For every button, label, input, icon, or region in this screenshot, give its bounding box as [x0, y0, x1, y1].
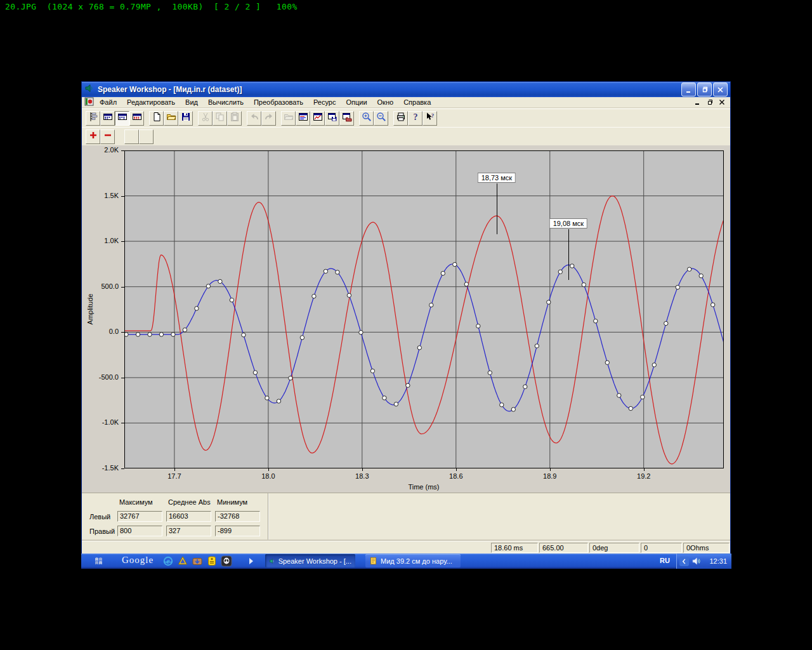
quick-launch-expand-arrow[interactable] [249, 558, 253, 564]
add-point-button[interactable] [86, 129, 100, 144]
quick-launch-delphi-icon[interactable] [177, 555, 188, 567]
windows-flag-icon [94, 556, 105, 566]
save-icon [181, 112, 191, 124]
menu-items: ФайлРедактироватьВидВычислитьПреобразова… [95, 98, 436, 106]
zoom-in-button[interactable] [359, 111, 374, 126]
stats-value: -32768 [215, 511, 260, 522]
mdi-restore-button[interactable] [704, 98, 716, 107]
copy-icon [215, 112, 225, 124]
volume-icon[interactable] [691, 557, 701, 566]
menu-item-window[interactable]: Окно [372, 98, 399, 107]
cursor-annotation-label[interactable]: 18,73 мск [478, 173, 516, 183]
tray-chevron-button[interactable] [679, 557, 689, 566]
close-icon [717, 86, 724, 93]
google-deskbar-logo[interactable]: Google [122, 555, 154, 566]
language-indicator[interactable]: RU [660, 557, 670, 564]
waveform-plot[interactable] [124, 150, 724, 468]
taskbar-clock[interactable]: 12:31 [709, 557, 731, 565]
dataset-document-icon[interactable] [84, 96, 95, 108]
menu-item-options[interactable]: Опции [341, 98, 372, 107]
x-tick-label: 18.3 [355, 472, 369, 480]
stats-panel: МаксимумСреднее AbsМинимумЛевый327671660… [82, 493, 730, 541]
y-tick-mark [121, 468, 124, 469]
taskbar-button-speaker-workshop[interactable]: Speaker Workshop - [... [265, 554, 355, 567]
help-button[interactable]: ? [408, 111, 422, 126]
x-tick-label: 18.6 [449, 472, 462, 480]
x-axis-title: Time (ms) [408, 483, 439, 491]
blank-2-button[interactable] [139, 129, 154, 144]
export-window-button[interactable] [339, 111, 354, 126]
new-document-button[interactable] [149, 111, 164, 126]
x-tick-mark [174, 468, 175, 471]
menu-item-resource[interactable]: Ресурс [308, 98, 341, 107]
restore-icon [701, 86, 708, 93]
status-bar: 18.60 ms665.000deg00Ohms [82, 541, 730, 554]
chart-window-icon [313, 112, 323, 124]
menu-bar: ФайлРедактироватьВидВычислитьПреобразова… [82, 97, 730, 108]
menu-item-file[interactable]: Файл [95, 98, 122, 107]
cursor-annotation-line [568, 229, 569, 280]
save-button[interactable] [178, 111, 193, 126]
menu-item-edit[interactable]: Редактировать [122, 98, 180, 107]
menu-item-help[interactable]: Справка [398, 98, 436, 107]
stats-value: 327 [166, 526, 211, 536]
x-tick-label: 18.9 [543, 472, 556, 480]
x-tick-mark [362, 468, 363, 471]
minus-red-icon [103, 130, 113, 143]
svg-text:?: ? [431, 112, 434, 119]
stats-row-label: Левый [89, 513, 110, 521]
chart-view-button[interactable] [115, 111, 129, 126]
minimize-icon [685, 86, 692, 93]
toolbar-separator [115, 129, 124, 144]
quick-launch-ie-icon[interactable]: e [162, 555, 174, 567]
status-field: 0 [641, 543, 682, 553]
open-folder-button[interactable] [164, 111, 178, 126]
y-tick-mark [121, 332, 124, 333]
datasheet-view-button[interactable] [100, 111, 115, 126]
print-icon [396, 112, 406, 124]
blank-1-button[interactable] [124, 129, 139, 144]
quick-launch-camera-icon[interactable] [192, 555, 203, 567]
zoom-out-button[interactable] [374, 111, 388, 126]
table-view-button[interactable] [129, 111, 144, 126]
notebook-view-button[interactable] [86, 111, 100, 126]
minimize-button[interactable] [681, 83, 696, 96]
remove-point-button[interactable] [100, 129, 115, 144]
datasheet-view-icon [103, 112, 113, 124]
document-task-icon [369, 557, 377, 566]
cursor-annotation-label[interactable]: 19,08 мск [549, 218, 587, 229]
paste-button [227, 111, 242, 126]
mdi-minimize-button[interactable] [692, 98, 704, 107]
mdi-restore-icon [707, 99, 713, 105]
menu-item-view[interactable]: Вид [180, 98, 203, 107]
print-button[interactable] [393, 111, 408, 126]
start-button[interactable] [94, 556, 105, 569]
restore-button[interactable] [697, 83, 712, 96]
quick-launch-alien-icon[interactable] [221, 555, 232, 567]
close-button[interactable] [713, 83, 728, 96]
y-tick-label: -1.0K [82, 418, 122, 426]
undo-icon [249, 112, 259, 124]
context-help-icon: ? [425, 112, 435, 124]
properties-button[interactable] [296, 111, 310, 126]
chart-window-button[interactable] [310, 111, 325, 126]
menu-item-transform[interactable]: Преобразовать [249, 98, 308, 107]
help-icon: ? [410, 112, 421, 124]
context-help-button[interactable]: ? [422, 111, 437, 126]
undo-button [247, 111, 261, 126]
taskbar-button-mid-document[interactable]: Мид 39.2 см до нару... [365, 554, 461, 567]
stats-header: Минимум [217, 498, 247, 506]
y-tick-label: 0.0 [82, 328, 122, 335]
menu-item-calculate[interactable]: Вычислить [203, 98, 249, 107]
chart-view-icon [117, 112, 128, 124]
mdi-close-button[interactable] [716, 98, 728, 107]
toolbar-separator [242, 111, 247, 126]
open-folder-icon [166, 112, 176, 124]
y-tick-mark [121, 196, 124, 197]
x-tick-label: 18.0 [261, 472, 275, 480]
toolbar-separator [144, 111, 149, 126]
save-window-button[interactable] [325, 111, 339, 126]
system-tray: 12:31 [676, 554, 731, 569]
stats-divider [268, 493, 269, 541]
quick-launch-qip-icon[interactable] [206, 555, 218, 567]
